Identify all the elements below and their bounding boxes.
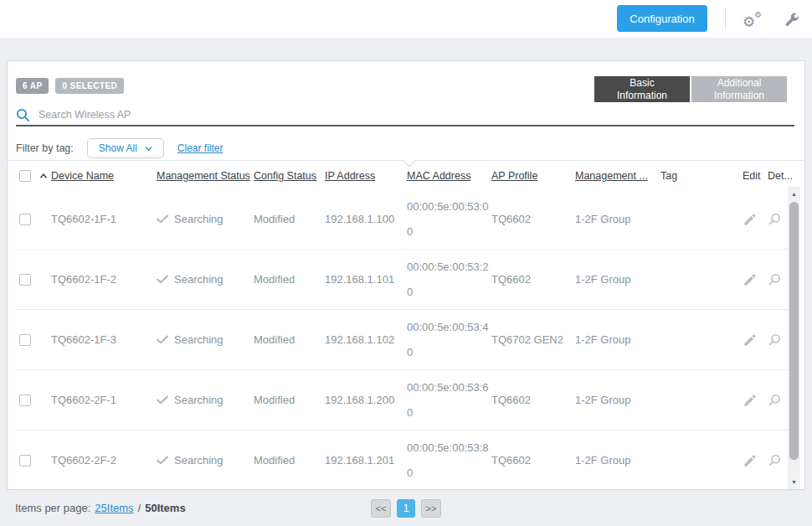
pager: << 1 >> [371, 499, 441, 518]
mac-address-cell: 00:00:5e:00:53:80 [407, 436, 490, 486]
items-per-page-25-link[interactable]: 25Items [95, 502, 133, 514]
table-row: TQ6602-1F-3 Searching Modified 192.168.1… [16, 310, 794, 370]
ap-profile-cell: TQ6602 [491, 273, 575, 286]
table-row: TQ6602-2F-2 Searching Modified 192.168.1… [16, 431, 794, 491]
scroll-down-icon[interactable]: ▼ [788, 479, 800, 485]
ip-address-cell: 192.168.1.102 [325, 333, 407, 346]
pagination-bar: Items per page: 25Items / 50Items << 1 >… [0, 490, 812, 526]
device-name-cell: TQ6602-2F-2 [51, 454, 157, 467]
tag-filter-dropdown[interactable]: Show All [87, 138, 164, 158]
chevron-down-icon [145, 146, 152, 152]
row-checkbox[interactable] [19, 334, 31, 346]
ap-count-badge: 6 AP [16, 78, 49, 94]
info-tabs: Basic Information Additional Information [594, 76, 787, 102]
management-group-cell: 1-2F Group [575, 394, 660, 406]
management-status-text: Searching [174, 454, 224, 467]
header-ap-profile[interactable]: AP Profile [491, 170, 575, 182]
tab-additional-information[interactable]: Additional Information [691, 76, 787, 102]
mac-address-cell: 00:00:5e:00:53:40 [407, 315, 490, 365]
configuration-button[interactable]: Configuration [617, 5, 707, 32]
table-row: TQ6602-1F-1 Searching Modified 192.168.1… [16, 189, 794, 250]
screen: Configuration ⚙⚙ 6 AP 0 SELECTED Basic I… [0, 0, 812, 526]
header-details: Det... [768, 170, 794, 182]
management-group-cell: 1-2F Group [575, 333, 660, 346]
config-status-cell: Modified [254, 454, 325, 467]
tab-basic-information[interactable]: Basic Information [594, 76, 690, 102]
management-group-cell: 1-2F Group [575, 273, 660, 286]
config-status-cell: Modified [254, 213, 325, 225]
edit-pencil-icon[interactable] [743, 453, 768, 468]
header-mac-address[interactable]: MAC Address [407, 170, 491, 182]
wrench-icon[interactable] [779, 7, 804, 32]
selected-count-badge: 0 SELECTED [55, 78, 124, 94]
management-status-text: Searching [174, 213, 224, 225]
config-status-cell: Modified [254, 333, 325, 346]
management-group-cell: 1-2F Group [575, 454, 660, 467]
config-status-cell: Modified [254, 273, 325, 286]
clear-filter-link[interactable]: Clear filter [177, 142, 224, 154]
mac-address-cell: 00:00:5e:00:53:20 [407, 255, 490, 305]
table-row: TQ6602-2F-1 Searching Modified 192.168.1… [16, 370, 794, 431]
header-device-name[interactable]: Device Name [51, 170, 157, 182]
previous-page-button[interactable]: << [371, 499, 391, 518]
header-edit: Edit [743, 170, 768, 182]
ip-address-cell: 192.168.1.100 [325, 213, 407, 225]
row-checkbox[interactable] [19, 214, 31, 225]
table-header-row: Device Name Management Status Config Sta… [16, 162, 794, 189]
edit-pencil-icon[interactable] [743, 333, 768, 348]
search-icon [16, 108, 30, 122]
management-status-cell: Searching [157, 213, 254, 225]
device-name-cell: TQ6602-1F-3 [51, 333, 157, 346]
row-checkbox[interactable] [19, 274, 31, 286]
next-page-button[interactable]: >> [421, 499, 441, 518]
header-config-status[interactable]: Config Status [254, 170, 325, 182]
sort-ascending-icon [39, 173, 48, 179]
gear-small-glyph: ⚙ [754, 11, 762, 19]
check-icon [157, 275, 168, 284]
ip-address-cell: 192.168.1.101 [325, 273, 407, 286]
check-icon [157, 456, 168, 465]
check-icon [157, 395, 168, 405]
edit-pencil-icon[interactable] [743, 393, 768, 408]
badges: 6 AP 0 SELECTED [16, 78, 124, 94]
tag-filter-value: Show All [99, 142, 137, 154]
header-tag: Tag [660, 170, 743, 182]
gears-icon[interactable]: ⚙⚙ [742, 7, 767, 32]
management-status-cell: Searching [157, 394, 254, 406]
table-row: TQ6602-1F-2 Searching Modified 192.168.1… [16, 250, 794, 310]
ip-address-cell: 192.168.1.200 [325, 394, 407, 406]
ap-profile-cell: TQ6602 [491, 394, 575, 406]
management-status-cell: Searching [157, 273, 254, 286]
management-status-cell: Searching [157, 333, 254, 346]
edit-pencil-icon[interactable] [743, 212, 768, 227]
topbar: Configuration ⚙⚙ [0, 0, 812, 38]
mac-address-cell: 00:00:5e:00:53:60 [407, 375, 490, 425]
search-input[interactable] [39, 109, 390, 121]
scroll-up-icon[interactable]: ▲ [788, 191, 800, 197]
row-checkbox[interactable] [19, 455, 31, 467]
items-per-page-50-current: 50Items [145, 502, 185, 514]
vertical-scrollbar[interactable]: ▲ ▼ [788, 187, 800, 489]
scrollbar-thumb[interactable] [789, 202, 799, 460]
select-all-checkbox[interactable] [19, 170, 31, 182]
current-page-button[interactable]: 1 [397, 499, 415, 518]
items-per-page: Items per page: 25Items / 50Items [15, 502, 186, 514]
edit-pencil-icon[interactable] [743, 272, 768, 287]
ap-profile-cell: TQ6602 [491, 213, 575, 225]
ip-address-cell: 192.168.1.201 [325, 454, 407, 467]
items-per-page-separator: / [138, 502, 141, 514]
device-name-cell: TQ6602-1F-1 [51, 213, 157, 225]
header-management-status[interactable]: Management Status [157, 170, 254, 182]
gear-large-glyph: ⚙ [743, 15, 755, 29]
row-checkbox[interactable] [19, 394, 31, 406]
topbar-divider [725, 8, 726, 30]
header-ip-address[interactable]: IP Address [325, 170, 407, 182]
management-status-text: Searching [174, 273, 224, 286]
ap-list-panel: 6 AP 0 SELECTED Basic Information Additi… [7, 60, 805, 490]
filter-row: Filter by tag: Show All Clear filter [16, 138, 224, 158]
header-management-group[interactable]: Management ... [575, 170, 660, 182]
ap-profile-cell: TQ6602 [491, 454, 575, 467]
items-per-page-label: Items per page: [15, 502, 90, 514]
filter-by-tag-label: Filter by tag: [16, 142, 74, 154]
config-status-cell: Modified [254, 394, 325, 406]
